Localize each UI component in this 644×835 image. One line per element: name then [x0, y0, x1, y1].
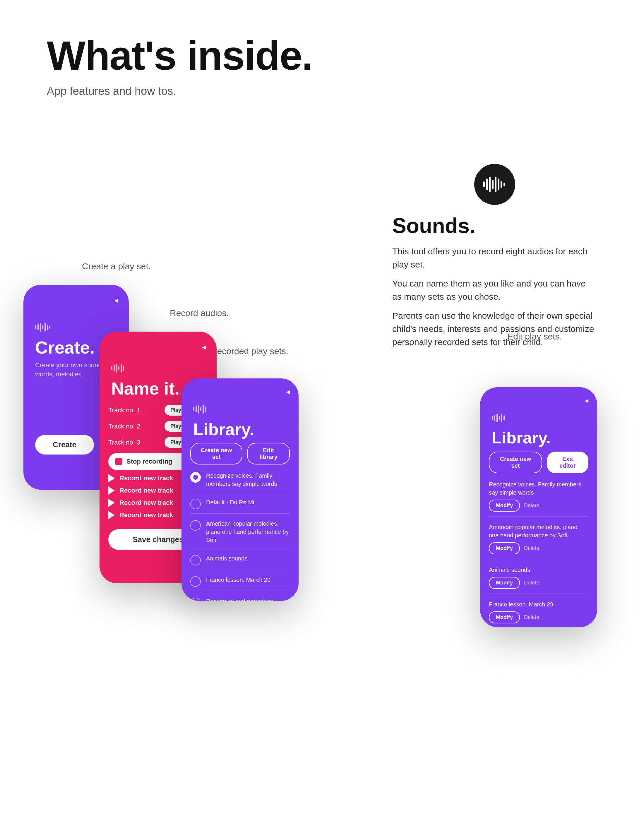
library-item-text-6: Recognize and reproduce. March 08-22	[206, 597, 290, 601]
editor-item-actions-2: Modify Delete	[489, 542, 589, 554]
sounds-title: Sounds.	[392, 214, 597, 238]
create-new-set-button-library[interactable]: Create new set	[190, 443, 242, 465]
svg-rect-11	[42, 325, 43, 329]
stop-recording-label: Stop recording	[127, 458, 172, 465]
record-new-track-label-2: Record new track	[119, 487, 173, 494]
svg-rect-25	[203, 405, 204, 414]
hero-section: What's inside. App features and how tos.	[0, 0, 644, 121]
library-item-radio-2[interactable]	[190, 499, 201, 509]
svg-rect-17	[116, 364, 117, 372]
delete-button-3[interactable]: Delete	[524, 577, 539, 589]
editor-item-title-3: Animals sounds	[489, 566, 589, 574]
library-title: Library.	[193, 419, 254, 439]
waveform-library	[193, 405, 216, 415]
play-triangle-4	[108, 511, 115, 519]
track-label-1: Track no. 1	[108, 406, 161, 414]
modify-button-4[interactable]: Modify	[489, 611, 520, 624]
play-triangle-3	[108, 499, 115, 507]
play-triangle-1	[108, 474, 115, 482]
editor-title: Library.	[492, 428, 551, 447]
svg-rect-2	[489, 177, 491, 192]
library-item-radio-5[interactable]	[190, 576, 201, 587]
library-item-4[interactable]: Animals sounds	[190, 554, 290, 570]
editor-actions: Create new set Exit editor	[489, 452, 589, 473]
library-item-6[interactable]: Recognize and reproduce. March 08-22	[190, 597, 290, 601]
create-new-set-button-editor[interactable]: Create new set	[489, 452, 542, 473]
delete-button-1[interactable]: Delete	[524, 500, 539, 512]
delete-button-2[interactable]: Delete	[524, 542, 539, 554]
page-subtitle: App features and how tos.	[47, 85, 597, 97]
library-item-text-5: Franco lesson. March 29	[206, 576, 270, 584]
editor-content: Create new set Exit editor Recognize voi…	[480, 452, 597, 627]
svg-rect-29	[496, 414, 498, 422]
play-triangle-2	[108, 486, 115, 495]
library-item-text-2: Default - Do Re Mi	[206, 498, 254, 506]
editor-item-actions-1: Modify Delete	[489, 500, 589, 512]
svg-rect-10	[40, 323, 41, 331]
svg-rect-24	[200, 407, 202, 411]
svg-rect-4	[495, 177, 496, 192]
sounds-icon	[474, 164, 515, 205]
svg-rect-6	[501, 181, 503, 188]
svg-rect-16	[114, 365, 115, 371]
library-item-2[interactable]: Default - Do Re Mi	[190, 498, 290, 513]
back-arrow-library[interactable]: ◂	[286, 387, 290, 396]
record-new-track-label-4: Record new track	[119, 511, 173, 519]
editor-item-3: Animals sounds Modify Delete	[489, 566, 589, 594]
editor-item-title-1: Recognize voices. Family members say sim…	[489, 480, 589, 497]
editor-item-title-4: Franco lesson. March 29	[489, 600, 589, 608]
exit-editor-button[interactable]: Exit editor	[547, 452, 589, 473]
waveform-editor	[492, 414, 515, 424]
waveform-create	[35, 323, 59, 333]
svg-rect-28	[494, 415, 495, 421]
library-item-radio-3[interactable]	[190, 520, 201, 531]
back-arrow-name[interactable]: ◂	[202, 342, 206, 352]
svg-rect-13	[47, 325, 48, 330]
svg-rect-27	[492, 416, 493, 420]
svg-rect-18	[118, 366, 119, 370]
svg-rect-30	[499, 416, 500, 420]
editor-item-actions-3: Modify Delete	[489, 577, 589, 589]
waveform-icon	[483, 175, 506, 193]
svg-rect-21	[193, 407, 194, 411]
library-item-radio-4[interactable]	[190, 555, 201, 565]
library-content: Create new set Edit library Recognize vo…	[182, 443, 299, 601]
svg-rect-3	[492, 180, 494, 189]
svg-rect-22	[195, 406, 197, 413]
svg-rect-12	[44, 323, 46, 331]
label-create-set: Create a play set.	[82, 262, 151, 271]
library-item-text-4: Animals sounds	[206, 554, 247, 562]
back-arrow-editor[interactable]: ◂	[585, 396, 589, 405]
editor-item-2: American popular melodies, piano one han…	[489, 523, 589, 559]
library-item-radio-1[interactable]	[190, 472, 201, 482]
svg-rect-20	[123, 366, 124, 371]
modify-button-1[interactable]: Modify	[489, 500, 520, 512]
modify-button-2[interactable]: Modify	[489, 542, 520, 554]
phone-library: ◂ Library. Create new set Edit library R…	[182, 379, 299, 601]
editor-item-actions-4: Modify Delete	[489, 611, 589, 624]
label-edit-sets: Edit play sets.	[507, 331, 562, 341]
svg-rect-32	[504, 415, 505, 421]
svg-rect-31	[501, 414, 503, 422]
library-item-radio-6[interactable]	[190, 598, 201, 601]
editor-item-1: Recognize voices. Family members say sim…	[489, 480, 589, 517]
delete-button-4[interactable]: Delete	[524, 611, 539, 624]
modify-button-3[interactable]: Modify	[489, 577, 520, 589]
svg-rect-8	[35, 325, 36, 329]
svg-rect-23	[198, 405, 199, 414]
track-label-2: Track no. 2	[108, 422, 161, 430]
library-item-1[interactable]: Recognize voices. Family members say sim…	[190, 471, 290, 492]
svg-rect-19	[120, 364, 122, 372]
library-item-3[interactable]: American popular melodies, piano one han…	[190, 520, 290, 549]
svg-rect-0	[483, 182, 485, 187]
svg-rect-15	[111, 366, 112, 370]
record-new-track-label-1: Record new track	[119, 474, 173, 482]
label-record-audios: Record audios.	[170, 308, 229, 318]
svg-rect-26	[205, 406, 206, 412]
back-arrow-create[interactable]: ◂	[114, 295, 118, 305]
library-item-5[interactable]: Franco lesson. March 29	[190, 576, 290, 591]
svg-rect-7	[504, 183, 505, 186]
create-button[interactable]: Create	[35, 435, 94, 455]
create-title: Create.	[35, 338, 94, 357]
edit-library-button[interactable]: Edit library	[247, 443, 290, 465]
